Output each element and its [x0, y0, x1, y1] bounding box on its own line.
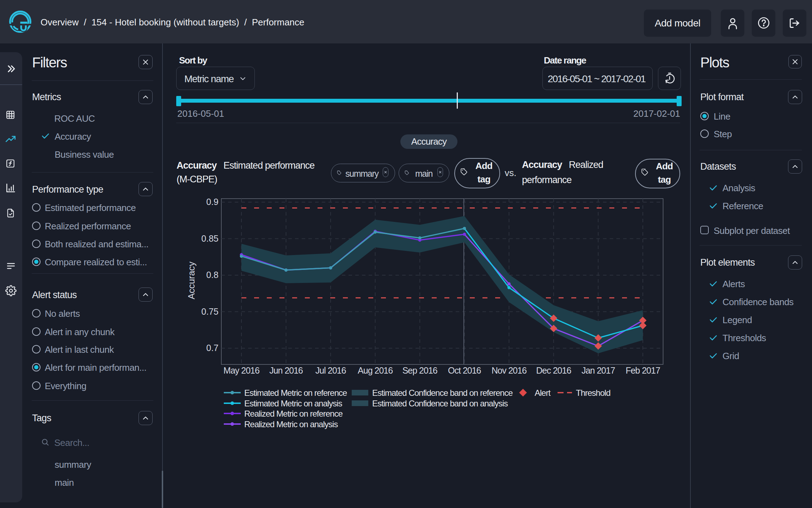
svg-text:Estimated Confidence band on r: Estimated Confidence band on reference — [372, 388, 513, 398]
svg-text:Jun 2016: Jun 2016 — [269, 365, 303, 375]
svg-text:Realized Metric on analysis: Realized Metric on analysis — [244, 419, 338, 429]
svg-text:Jul 2016: Jul 2016 — [315, 365, 346, 375]
svg-text:0.7: 0.7 — [206, 343, 219, 353]
svg-text:Estimated Metric on analysis: Estimated Metric on analysis — [244, 399, 342, 408]
svg-text:Realized Metric on reference: Realized Metric on reference — [244, 409, 343, 418]
svg-text:Feb 2017: Feb 2017 — [626, 365, 660, 375]
svg-text:Alert: Alert — [535, 388, 551, 398]
svg-text:Jan 2017: Jan 2017 — [582, 365, 615, 375]
svg-text:Sep 2016: Sep 2016 — [402, 365, 437, 375]
svg-text:0.75: 0.75 — [201, 307, 219, 316]
svg-text:Estimated Confidence band on a: Estimated Confidence band on analysis — [372, 399, 508, 408]
svg-text:Threshold: Threshold — [576, 388, 610, 398]
svg-text:Aug 2016: Aug 2016 — [358, 365, 393, 375]
svg-text:0.8: 0.8 — [206, 270, 219, 280]
svg-text:0.9: 0.9 — [206, 197, 219, 207]
svg-text:Accuracy: Accuracy — [186, 262, 197, 300]
svg-text:May 2016: May 2016 — [223, 365, 259, 375]
svg-text:Nov 2016: Nov 2016 — [492, 365, 527, 375]
svg-text:0.85: 0.85 — [201, 234, 219, 243]
svg-text:Estimated Metric on reference: Estimated Metric on reference — [244, 388, 347, 398]
svg-text:Oct 2016: Oct 2016 — [448, 365, 481, 375]
svg-text:Dec 2016: Dec 2016 — [536, 365, 571, 375]
